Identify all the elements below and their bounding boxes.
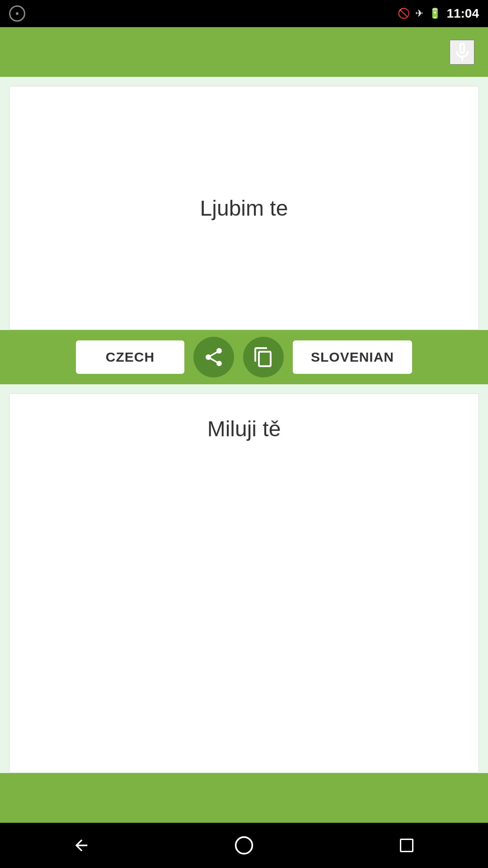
- airplane-icon: ✈: [415, 8, 423, 19]
- svg-rect-2: [401, 840, 413, 852]
- main-content: Ljubim te CZECH SLOVENIAN Miluji tě: [0, 77, 488, 823]
- source-panel: Ljubim te: [9, 86, 479, 330]
- source-text: Ljubim te: [200, 196, 288, 221]
- nav-bar: [0, 823, 488, 868]
- microphone-button[interactable]: [450, 40, 474, 65]
- target-language-button[interactable]: SLOVENIAN: [293, 340, 412, 374]
- svg-point-0: [16, 12, 19, 15]
- translation-text: Miluji tě: [207, 416, 281, 441]
- status-left-icons: [9, 5, 25, 22]
- copy-button[interactable]: [243, 337, 284, 377]
- app-bar: [0, 27, 488, 77]
- back-button[interactable]: [63, 827, 99, 863]
- battery-icon: 🔋: [429, 8, 441, 19]
- source-language-button[interactable]: CZECH: [76, 340, 184, 374]
- camera-icon: [9, 5, 25, 22]
- status-right-icons: 🚫 ✈ 🔋 11:04: [398, 6, 479, 21]
- home-button[interactable]: [226, 827, 262, 863]
- svg-point-1: [236, 837, 253, 854]
- sim-icon: 🚫: [398, 8, 410, 19]
- status-bar: 🚫 ✈ 🔋 11:04: [0, 0, 488, 27]
- toolbar-bar: CZECH SLOVENIAN: [0, 330, 488, 384]
- recent-apps-button[interactable]: [389, 827, 425, 863]
- bottom-green-bar: [0, 773, 488, 823]
- translation-panel: Miluji tě: [9, 393, 479, 773]
- status-time: 11:04: [446, 6, 479, 21]
- share-button[interactable]: [193, 337, 234, 377]
